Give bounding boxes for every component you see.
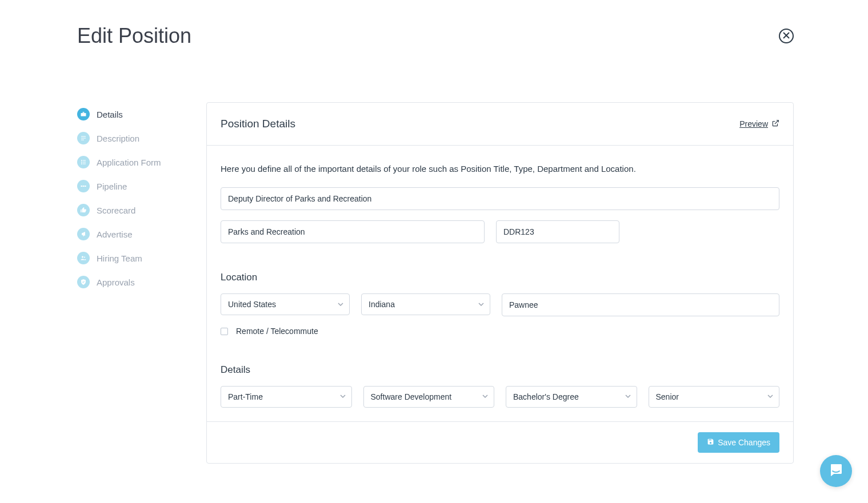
sidebar-item-details[interactable]: Details	[77, 102, 186, 126]
svg-point-15	[84, 257, 85, 258]
main-panel: Position Details Preview Here you define…	[206, 102, 794, 464]
close-icon	[783, 31, 790, 41]
remote-checkbox[interactable]	[221, 328, 228, 335]
panel-title: Position Details	[221, 118, 295, 130]
preview-link-label: Preview	[739, 119, 768, 128]
sidebar-item-approvals[interactable]: Approvals	[77, 270, 186, 294]
pipeline-icon	[77, 180, 90, 192]
svg-rect-13	[85, 186, 86, 187]
position-title-input[interactable]	[221, 187, 779, 210]
sidebar-item-label: Approvals	[97, 277, 135, 287]
close-button[interactable]	[779, 29, 794, 43]
city-input[interactable]	[502, 293, 779, 316]
sidebar-item-scorecard[interactable]: Scorecard	[77, 198, 186, 222]
position-code-input[interactable]	[496, 220, 619, 243]
sidebar-item-application-form[interactable]: Application Form	[77, 150, 186, 174]
external-link-icon	[771, 119, 779, 129]
sidebar-item-label: Description	[97, 134, 139, 143]
remote-checkbox-label: Remote / Telecommute	[236, 327, 318, 336]
details-section-label: Details	[221, 364, 779, 376]
svg-rect-11	[81, 186, 83, 187]
intro-text: Here you define all of the important det…	[221, 164, 779, 174]
experience-select[interactable]: Senior	[649, 386, 780, 408]
country-select[interactable]: United States	[221, 293, 350, 315]
page-title: Edit Position	[77, 24, 191, 48]
thumbs-up-icon	[77, 204, 90, 216]
save-button-label: Save Changes	[718, 438, 770, 447]
svg-rect-4	[81, 140, 84, 140]
sidebar-item-hiring-team[interactable]: Hiring Team	[77, 246, 186, 270]
sidebar-item-description[interactable]: Description	[77, 126, 186, 150]
sidebar-item-label: Advertise	[97, 230, 133, 239]
sidebar-item-label: Pipeline	[97, 182, 127, 191]
sidebar-item-pipeline[interactable]: Pipeline	[77, 174, 186, 198]
list-icon	[77, 132, 90, 144]
sidebar: Details Description Application Form Pip…	[77, 102, 186, 464]
svg-rect-2	[81, 136, 86, 137]
department-input[interactable]	[221, 220, 485, 243]
sidebar-item-label: Details	[97, 110, 123, 119]
save-changes-button[interactable]: Save Changes	[698, 432, 779, 453]
svg-point-5	[81, 160, 82, 161]
sidebar-item-label: Hiring Team	[97, 253, 142, 263]
svg-rect-3	[81, 138, 86, 139]
briefcase-icon	[77, 108, 90, 120]
sidebar-item-advertise[interactable]: Advertise	[77, 222, 186, 246]
svg-rect-8	[83, 162, 86, 163]
location-section-label: Location	[221, 272, 779, 283]
svg-point-9	[81, 163, 82, 164]
check-shield-icon	[77, 276, 90, 288]
svg-rect-10	[83, 164, 86, 164]
svg-point-7	[81, 162, 82, 163]
chat-icon	[828, 462, 844, 480]
state-select[interactable]: Indiana	[361, 293, 490, 315]
svg-rect-6	[83, 160, 86, 161]
save-icon	[707, 438, 714, 447]
employment-type-select[interactable]: Part-Time	[221, 386, 352, 408]
intercom-launcher[interactable]	[820, 455, 852, 487]
form-icon	[77, 156, 90, 168]
category-select[interactable]: Software Development	[363, 386, 495, 408]
preview-link[interactable]: Preview	[739, 119, 779, 129]
education-select[interactable]: Bachelor's Degree	[506, 386, 637, 408]
svg-rect-12	[83, 186, 85, 187]
sidebar-item-label: Application Form	[97, 158, 161, 167]
svg-point-14	[82, 256, 83, 258]
megaphone-icon	[77, 228, 90, 240]
sidebar-item-label: Scorecard	[97, 206, 135, 215]
people-icon	[77, 252, 90, 264]
